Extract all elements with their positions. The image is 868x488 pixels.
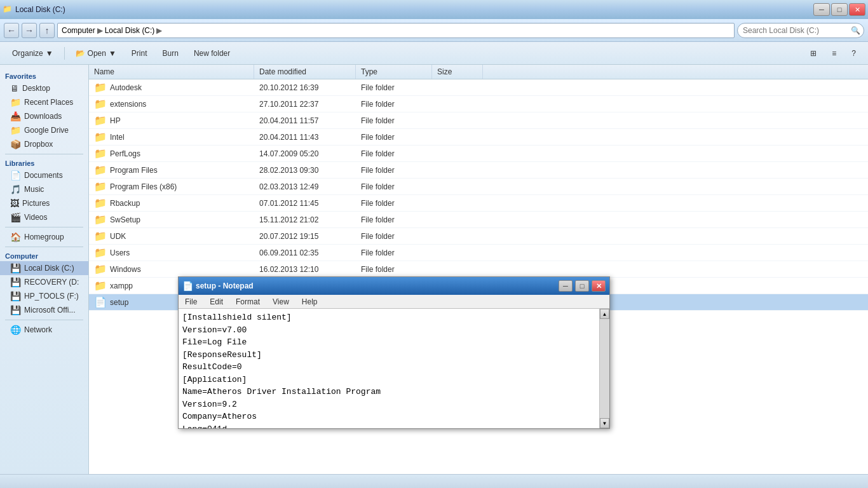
sidebar-item-dropbox[interactable]: 📦 Dropbox bbox=[0, 137, 88, 151]
sidebar-item-music[interactable]: 🎵 Music bbox=[0, 182, 88, 196]
table-row[interactable]: 📁 extensions 27.10.2011 22:37 File folde… bbox=[89, 96, 868, 112]
table-row[interactable]: 📁 Intel 20.04.2011 11:43 File folder bbox=[89, 129, 868, 146]
sidebar-item-label: Desktop bbox=[22, 84, 50, 93]
folder-icon: 📁 bbox=[94, 230, 107, 242]
notepad-menu-file[interactable]: File bbox=[179, 296, 203, 308]
scrollbar-down-btn[interactable]: ▼ bbox=[600, 418, 609, 428]
forward-button[interactable]: → bbox=[22, 23, 37, 38]
file-size bbox=[432, 201, 483, 205]
notepad-menu-edit[interactable]: Edit bbox=[203, 296, 229, 308]
col-header-name[interactable]: Name bbox=[89, 65, 254, 79]
minimize-button[interactable]: ─ bbox=[813, 3, 830, 16]
sidebar-item-network[interactable]: 🌐 Network bbox=[0, 323, 88, 337]
search-icon: 🔍 bbox=[851, 26, 860, 35]
maximize-button[interactable]: □ bbox=[831, 3, 848, 16]
sidebar-item-homegroup[interactable]: 🏠 Homegroup bbox=[0, 230, 88, 244]
sidebar-item-videos[interactable]: 🎬 Videos bbox=[0, 210, 88, 224]
divider-2 bbox=[5, 227, 83, 227]
file-date: 15.11.2012 21:02 bbox=[254, 214, 356, 226]
notepad-window: 📄 setup - Notepad ─ □ ✕ File Edit Format… bbox=[178, 276, 610, 429]
notepad-minimize-button[interactable]: ─ bbox=[559, 280, 573, 292]
favorites-header[interactable]: Favorites bbox=[0, 70, 88, 81]
view-toggle-button[interactable]: ≡ bbox=[825, 44, 843, 62]
sidebar-item-label: Downloads bbox=[24, 112, 62, 121]
address-path[interactable]: Computer ▶ Local Disk (C:) ▶ bbox=[57, 23, 735, 38]
sidebar-item-microsoft-offi[interactable]: 💾 Microsoft Offi... bbox=[0, 303, 88, 317]
path-separator-2: ▶ bbox=[156, 26, 162, 35]
organize-arrow: ▼ bbox=[46, 49, 53, 58]
libraries-header[interactable]: Libraries bbox=[0, 157, 88, 168]
googledrive-icon: 📁 bbox=[10, 125, 21, 135]
sidebar-item-hp-tools-f[interactable]: 💾 HP_TOOLS (F:) bbox=[0, 289, 88, 303]
help-button[interactable]: ? bbox=[844, 44, 863, 62]
organize-button[interactable]: Organize ▼ bbox=[5, 44, 60, 62]
table-row[interactable]: 📁 Program Files (x86) 02.03.2013 12:49 F… bbox=[89, 179, 868, 195]
sidebar-item-downloads[interactable]: 📥 Downloads bbox=[0, 109, 88, 123]
file-name-cell: 📁 Rbackup bbox=[89, 195, 254, 211]
notepad-textarea[interactable] bbox=[179, 309, 599, 428]
favorites-section: Favorites 🖥 Desktop 📁 Recent Places 📥 Do… bbox=[0, 70, 88, 151]
scrollbar-track[interactable] bbox=[600, 319, 609, 418]
notepad-scrollbar: ▲ ▼ bbox=[599, 309, 609, 428]
notepad-maximize-button[interactable]: □ bbox=[575, 280, 589, 292]
file-name: Windows bbox=[110, 265, 141, 274]
folder-icon: 📁 bbox=[94, 131, 107, 143]
file-name-cell: 📁 Program Files (x86) bbox=[89, 179, 254, 194]
notepad-menu-help[interactable]: Help bbox=[295, 296, 324, 308]
notepad-menu-view[interactable]: View bbox=[266, 296, 295, 308]
file-name: Intel bbox=[110, 133, 125, 142]
folder-icon: 📁 bbox=[94, 164, 107, 176]
file-name: setup bbox=[110, 298, 128, 307]
table-row[interactable]: 📁 PerfLogs 14.07.2009 05:20 File folder bbox=[89, 146, 868, 162]
col-header-date[interactable]: Date modified bbox=[254, 65, 356, 79]
sidebar-item-label: Videos bbox=[24, 213, 47, 222]
col-header-type[interactable]: Type bbox=[356, 65, 432, 79]
new-folder-button[interactable]: New folder bbox=[187, 44, 237, 62]
burn-button[interactable]: Burn bbox=[156, 44, 186, 62]
table-row[interactable]: 📁 Program Files 28.02.2013 09:30 File fo… bbox=[89, 162, 868, 179]
notepad-close-button[interactable]: ✕ bbox=[592, 280, 606, 292]
print-label: Print bbox=[132, 49, 147, 58]
sidebar-item-pictures[interactable]: 🖼 Pictures bbox=[0, 196, 88, 210]
sidebar-item-recovery-d[interactable]: 💾 RECOVERY (D: bbox=[0, 275, 88, 289]
file-name: UDK bbox=[110, 232, 126, 241]
new-folder-label: New folder bbox=[194, 49, 230, 58]
sidebar-item-documents[interactable]: 📄 Documents bbox=[0, 168, 88, 182]
open-button[interactable]: 📂 Open ▼ bbox=[69, 44, 123, 62]
close-button[interactable]: ✕ bbox=[849, 3, 865, 16]
file-size bbox=[432, 119, 483, 123]
col-header-size[interactable]: Size bbox=[432, 65, 483, 79]
drive-d-icon: 💾 bbox=[10, 277, 21, 287]
table-row[interactable]: 📁 Rbackup 07.01.2012 11:45 File folder bbox=[89, 195, 868, 212]
table-row[interactable]: 📁 UDK 20.07.2012 19:15 File folder bbox=[89, 228, 868, 245]
table-row[interactable]: 📁 Windows 16.02.2013 12:10 File folder bbox=[89, 261, 868, 278]
table-row[interactable]: 📁 Autodesk 20.10.2012 16:39 File folder bbox=[89, 79, 868, 96]
search-input[interactable] bbox=[737, 23, 864, 38]
table-row[interactable]: 📁 HP 20.04.2011 11:57 File folder bbox=[89, 112, 868, 129]
sidebar-item-googledrive[interactable]: 📁 Google Drive bbox=[0, 123, 88, 137]
file-name: xampp bbox=[110, 281, 133, 290]
table-row[interactable]: 📁 SwSetup 15.11.2012 21:02 File folder bbox=[89, 212, 868, 228]
toolbar: Organize ▼ 📂 Open ▼ Print Burn New folde… bbox=[0, 42, 868, 65]
sidebar-item-local-disk-c[interactable]: 💾 Local Disk (C:) bbox=[0, 261, 88, 275]
file-date: 02.03.2013 12:49 bbox=[254, 180, 356, 193]
up-button[interactable]: ↑ bbox=[39, 23, 55, 38]
file-name: PerfLogs bbox=[110, 149, 140, 158]
title-bar-buttons: ─ □ ✕ bbox=[813, 3, 865, 16]
scrollbar-up-btn[interactable]: ▲ bbox=[600, 309, 609, 319]
back-button[interactable]: ← bbox=[4, 23, 19, 38]
sidebar-item-label: Google Drive bbox=[24, 126, 69, 135]
notepad-menubar: File Edit Format View Help bbox=[179, 295, 609, 309]
organize-label: Organize bbox=[12, 49, 43, 58]
file-type: File folder bbox=[356, 114, 432, 127]
notepad-menu-format[interactable]: Format bbox=[229, 296, 266, 308]
file-name: HP bbox=[110, 116, 121, 125]
table-row[interactable]: 📁 Users 06.09.2011 02:35 File folder bbox=[89, 245, 868, 261]
computer-header[interactable]: Computer bbox=[0, 250, 88, 261]
desktop-icon: 🖥 bbox=[10, 83, 19, 93]
sidebar-item-desktop[interactable]: 🖥 Desktop bbox=[0, 81, 88, 95]
microsoft-icon: 💾 bbox=[10, 305, 21, 315]
sidebar-item-recent[interactable]: 📁 Recent Places bbox=[0, 95, 88, 109]
print-button[interactable]: Print bbox=[125, 44, 154, 62]
view-details-button[interactable]: ⊞ bbox=[803, 44, 824, 62]
